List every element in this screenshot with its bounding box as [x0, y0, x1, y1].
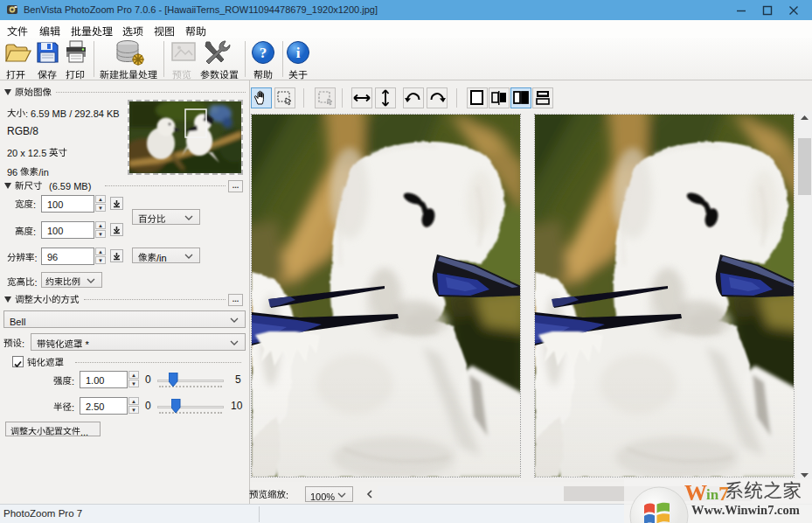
svg-text:?: ?	[260, 45, 267, 61]
svg-text:i: i	[296, 45, 301, 61]
svg-text:in: in	[706, 486, 719, 503]
svg-text:W: W	[684, 480, 707, 506]
